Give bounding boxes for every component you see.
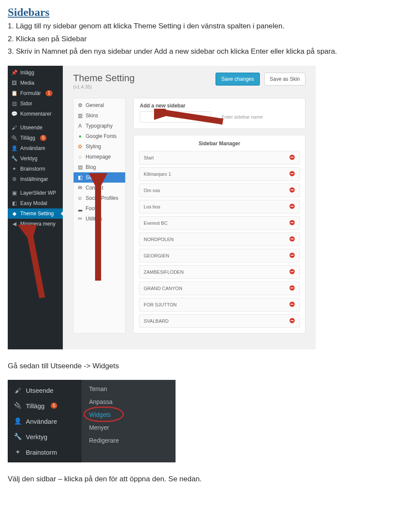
settings-label: Skins [86,113,98,119]
badge: 1 [46,90,52,96]
sidebar-row[interactable]: Everest BC [139,216,300,230]
delete-icon[interactable] [289,269,295,275]
sidebar-name: NORDPOLEN [144,237,174,242]
sidebar-name: GEORGIEN [144,253,169,258]
submenu-teman[interactable]: Teman [81,382,176,395]
wp-label: LayerSlider WP [20,190,56,196]
wp-menu-formular[interactable]: 📋Formulär1 [8,88,63,98]
sidebar-row[interactable]: Om oss [139,183,300,197]
wp-label: Inlägg [20,70,34,76]
wp-label: Verktyg [20,156,37,162]
step-2: 2. Klicka sen på Sidebar [8,34,405,45]
submenu-redigerare[interactable]: Redigerare [81,434,176,447]
delete-icon[interactable] [289,301,295,308]
add-sidebar-box: Add a new sidebar Enter sidebar name [133,98,305,129]
add-sidebar-label: Add a new sidebar [140,103,299,109]
tools-icon: ✂ [77,216,83,222]
sidebar-row[interactable]: ZAMBESIFLODEN [139,265,300,279]
wp-label: Media [20,80,34,86]
step-3: 3. Skriv in Namnet på den nya sidebar un… [8,46,405,57]
wp-menu-easymodal[interactable]: ◧Easy Modal [8,198,63,208]
modal-icon: ◧ [11,200,17,206]
menu-brainstorm[interactable]: ✦Brainstorm [8,444,81,460]
wp-menu-anvandare[interactable]: 👤Användare [8,143,63,153]
plugin-icon: 🔌 [14,402,22,410]
wp-menu-minimera[interactable]: ◀Minimera meny [8,219,63,229]
wp-label: Sidor [20,101,32,107]
sidebar-row[interactable]: SVALBARD [139,314,300,328]
settings-sidebar[interactable]: ◧Sidebar [74,172,125,183]
comment-icon: 💬 [11,111,17,117]
delete-icon[interactable] [289,236,295,243]
wp-menu-brainstorm[interactable]: ✦Brainstorm [8,164,63,174]
settings-utilities[interactable]: ✂Utilities [74,214,125,224]
wp-menu-installningar[interactable]: ⚙Inställningar [8,174,63,184]
settings-google-fonts[interactable]: ●Google Fonts [74,131,125,141]
blog-icon: ▤ [77,164,83,170]
panel-version: (v1.4.35) [73,84,135,89]
theme-icon: ◆ [11,211,17,217]
menu-verktyg[interactable]: 🔧Verktyg [8,429,81,444]
wp-menu-kommentarer[interactable]: 💬Kommentarer [8,109,63,119]
settings-homepage[interactable]: ⌂Homepage [74,152,125,162]
add-sidebar-input[interactable] [140,111,211,122]
sidebar-row[interactable]: NORDPOLEN [139,232,300,246]
sidebar-row[interactable]: Kilimanjaro 1 [139,167,300,181]
sidebar-row[interactable]: Start [139,151,300,165]
wp-menu-utseende[interactable]: 🖌Utseende [8,122,63,133]
wp-menu-sidor[interactable]: ▤Sidor [8,98,63,109]
wp-menu-media[interactable]: 🖼Media [8,78,63,88]
menu-tillagg[interactable]: 🔌Tillägg5 [8,398,81,413]
settings-contact[interactable]: ✉Contact [74,183,125,193]
menu-utseende[interactable]: 🖌Utseende [8,382,81,398]
settings-social[interactable]: ☺Social Profiles [74,193,125,203]
sidebar-name: Everest BC [144,220,168,226]
svg-rect-21 [291,320,294,321]
sidebar-row[interactable]: Los bos [139,200,300,214]
save-changes-button[interactable]: Save changes [216,73,259,86]
sidebar-name: FOR SJUTTON [144,302,177,307]
badge: 5 [51,403,58,409]
menu-anvandare[interactable]: 👤Användare [8,413,81,429]
delete-icon[interactable] [289,285,295,292]
sidebar-row[interactable]: FOR SJUTTON [139,298,300,312]
wp-menu-verktyg[interactable]: 🔧Verktyg [8,153,63,164]
submenu-menyer[interactable]: Menyer [81,421,176,434]
settings-skins[interactable]: ▥Skins [74,110,125,121]
wp-menu-tillagg[interactable]: 🔌Tillägg5 [8,133,63,143]
wp-menu-inlagg[interactable]: 📌Inlägg [8,67,63,78]
media-icon: 🖼 [11,80,17,86]
screenshot-theme-setting: 📌Inlägg 🖼Media 📋Formulär1 ▤Sidor 💬Kommen… [8,66,316,349]
sidebar-row[interactable]: GRAND CANYON [139,281,300,295]
end-text: Välj den sidbar – klicka på den för att … [8,474,405,485]
settings-footer[interactable]: ▂Footer [74,203,125,214]
settings-blog[interactable]: ▤Blog [74,162,125,172]
skins-icon: ▥ [77,113,83,119]
delete-icon[interactable] [289,220,295,226]
delete-icon[interactable] [289,171,295,177]
font-icon: A [77,123,83,129]
sidebar-row[interactable]: GEORGIEN [139,249,300,263]
save-as-skin-button[interactable]: Save as Skin [264,73,305,86]
form-icon: 📋 [11,90,17,96]
delete-icon[interactable] [289,318,295,324]
settings-general[interactable]: ⚙General [74,100,125,110]
brain-icon: ✦ [14,448,22,456]
submenu-widgets[interactable]: Widgets [81,408,176,421]
wp-menu-layerslider[interactable]: ▣LayerSlider WP [8,188,63,198]
settings-typography[interactable]: ATypography [74,121,125,131]
svg-rect-19 [291,304,294,305]
wp-menu-themesetting[interactable]: ◆Theme Setting [8,208,63,219]
svg-rect-1 [291,157,294,158]
submenu-anpassa[interactable]: Anpassa [81,395,176,408]
delete-icon[interactable] [289,187,295,194]
settings-styling[interactable]: ✿Styling [74,141,125,152]
settings-label: General [86,102,104,108]
wp-label: Kommentarer [20,111,52,117]
settings-label: Homepage [86,154,111,160]
sidebar-manager-title: Sidebar Manager [134,139,305,151]
delete-icon[interactable] [289,252,295,259]
delete-icon[interactable] [289,154,295,161]
delete-icon[interactable] [289,203,295,210]
sidebar-name: Kilimanjaro 1 [144,171,171,177]
